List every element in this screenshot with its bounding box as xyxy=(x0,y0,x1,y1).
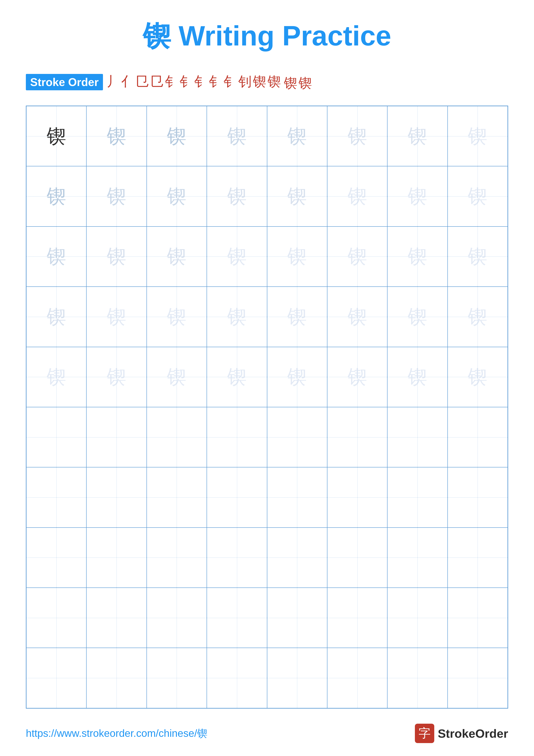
cell-5-4: 锲 xyxy=(207,347,267,407)
cell-6-8 xyxy=(447,407,508,467)
stroke-11: 锲 xyxy=(253,72,266,91)
cell-7-6 xyxy=(327,467,387,527)
char-1-5: 锲 xyxy=(287,123,307,149)
char-3-1: 锲 xyxy=(47,243,66,270)
cell-9-5 xyxy=(267,588,327,648)
char-3-4: 锲 xyxy=(227,243,247,270)
cell-1-5: 锲 xyxy=(267,106,327,166)
cell-5-2: 锲 xyxy=(87,347,146,407)
cell-2-4: 锲 xyxy=(207,166,267,226)
stroke-14: 锲 xyxy=(298,74,312,92)
cell-8-4 xyxy=(207,527,267,588)
cell-2-8: 锲 xyxy=(447,166,508,226)
cell-9-7 xyxy=(387,588,447,648)
cell-4-1: 锲 xyxy=(26,286,87,347)
char-5-7: 锲 xyxy=(408,364,427,390)
char-2-3: 锲 xyxy=(167,183,186,209)
cell-1-1: 锲 xyxy=(26,106,87,166)
cell-10-4 xyxy=(207,648,267,708)
cell-2-1: 锲 xyxy=(26,166,87,226)
cell-10-3 xyxy=(147,648,207,708)
stroke-3: 㔾 xyxy=(136,72,149,91)
cell-6-3 xyxy=(147,407,207,467)
footer-logo: 字 StrokeOrder xyxy=(415,724,508,743)
char-1-6: 锲 xyxy=(348,123,367,149)
cell-5-5: 锲 xyxy=(267,347,327,407)
cell-4-8: 锲 xyxy=(447,286,508,347)
char-2-4: 锲 xyxy=(227,183,247,209)
title-text: 锲 Writing Practice xyxy=(143,20,391,51)
cell-4-3: 锲 xyxy=(147,286,207,347)
cell-10-2 xyxy=(87,648,146,708)
cell-4-7: 锲 xyxy=(387,286,447,347)
cell-9-2 xyxy=(87,588,146,648)
char-4-4: 锲 xyxy=(227,304,247,330)
char-1-3: 锲 xyxy=(167,123,186,149)
cell-5-3: 锲 xyxy=(147,347,207,407)
char-1-4: 锲 xyxy=(227,123,247,149)
char-2-8: 锲 xyxy=(468,183,487,209)
stroke-5: 钅 xyxy=(165,72,178,91)
cell-9-3 xyxy=(147,588,207,648)
cell-3-1: 锲 xyxy=(26,227,87,286)
cell-2-7: 锲 xyxy=(387,166,447,226)
cell-7-8 xyxy=(447,467,508,527)
cell-10-1 xyxy=(26,648,87,708)
stroke-8: 钅 xyxy=(209,72,222,91)
cell-1-8: 锲 xyxy=(447,106,508,166)
cell-8-3 xyxy=(147,527,207,588)
stroke-7: 钅 xyxy=(194,72,208,91)
cell-10-8 xyxy=(447,648,508,708)
stroke-10: 钊 xyxy=(238,72,252,91)
cell-1-7: 锲 xyxy=(387,106,447,166)
stroke-6: 钅 xyxy=(180,72,193,91)
cell-6-5 xyxy=(267,407,327,467)
char-3-7: 锲 xyxy=(408,243,427,270)
cell-5-6: 锲 xyxy=(327,347,387,407)
cell-3-6: 锲 xyxy=(327,227,387,286)
char-2-5: 锲 xyxy=(287,183,307,209)
cell-1-4: 锲 xyxy=(207,106,267,166)
cell-8-1 xyxy=(26,527,87,588)
char-4-1: 锲 xyxy=(47,304,66,330)
stroke-1: 丿 xyxy=(106,72,120,91)
cell-9-4 xyxy=(207,588,267,648)
char-3-6: 锲 xyxy=(348,243,367,270)
cell-2-6: 锲 xyxy=(327,166,387,226)
stroke-9: 钅 xyxy=(224,72,237,91)
cell-5-8: 锲 xyxy=(447,347,508,407)
cell-3-7: 锲 xyxy=(387,227,447,286)
char-5-4: 锲 xyxy=(227,364,247,390)
stroke-4: 㔾 xyxy=(150,72,164,91)
char-4-7: 锲 xyxy=(408,304,427,330)
stroke-2: 亻 xyxy=(121,72,135,91)
cell-3-3: 锲 xyxy=(147,227,207,286)
char-2-7: 锲 xyxy=(408,183,427,209)
cell-8-7 xyxy=(387,527,447,588)
char-3-8: 锲 xyxy=(468,243,487,270)
char-3-2: 锲 xyxy=(107,243,126,270)
cell-2-5: 锲 xyxy=(267,166,327,226)
cell-6-1 xyxy=(26,407,87,467)
char-4-6: 锲 xyxy=(348,304,367,330)
cell-10-5 xyxy=(267,648,327,708)
char-1-2: 锲 xyxy=(107,123,126,149)
char-4-3: 锲 xyxy=(167,304,186,330)
char-2-2: 锲 xyxy=(107,183,126,209)
char-5-5: 锲 xyxy=(287,364,307,390)
cell-6-4 xyxy=(207,407,267,467)
cell-4-4: 锲 xyxy=(207,286,267,347)
char-4-2: 锲 xyxy=(107,304,126,330)
cell-9-8 xyxy=(447,588,508,648)
char-5-3: 锲 xyxy=(167,364,186,390)
char-1-8: 锲 xyxy=(468,123,487,149)
cell-10-7 xyxy=(387,648,447,708)
char-4-8: 锲 xyxy=(468,304,487,330)
stroke-row-2: 锲 锲 xyxy=(284,73,312,92)
footer-url: https://www.strokeorder.com/chinese/锲 xyxy=(26,726,207,740)
char-2-6: 锲 xyxy=(348,183,367,209)
cell-2-2: 锲 xyxy=(87,166,146,226)
char-2-1: 锲 xyxy=(47,183,66,209)
page: 锲 Writing Practice Stroke Order 丿 亻 㔾 㔾 … xyxy=(0,0,534,756)
cell-8-8 xyxy=(447,527,508,588)
